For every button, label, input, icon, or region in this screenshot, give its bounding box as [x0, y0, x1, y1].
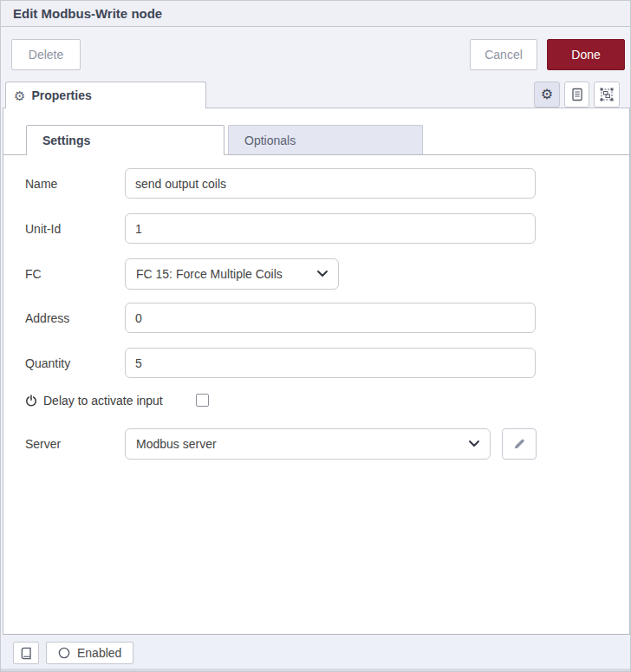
circle-outline-icon — [58, 647, 70, 659]
cancel-button[interactable]: Cancel — [470, 39, 537, 70]
enabled-label: Enabled — [77, 646, 121, 660]
tab-settings[interactable]: Settings — [26, 125, 224, 155]
edit-node-dialog: Edit Modbus-Write node Delete Cancel Don… — [0, 0, 631, 672]
enabled-toggle-button[interactable]: Enabled — [46, 642, 133, 664]
fc-select-value: FC 15: Force Multiple Coils — [136, 267, 283, 281]
name-input[interactable] — [125, 168, 536, 199]
dialog-titlebar: Edit Modbus-Write node — [1, 1, 630, 27]
done-button[interactable]: Done — [547, 39, 625, 70]
node-help-button[interactable] — [13, 642, 39, 664]
address-input[interactable] — [125, 303, 536, 333]
tab-optionals[interactable]: Optionals — [228, 125, 423, 154]
dialog-title: Edit Modbus-Write node — [13, 6, 162, 21]
delay-label: Delay to activate input — [43, 394, 163, 408]
book-icon — [20, 647, 33, 660]
server-select-value: Modbus server — [136, 437, 217, 451]
server-select[interactable]: Modbus server — [125, 428, 491, 460]
pencil-icon — [513, 438, 525, 450]
chevron-down-icon — [317, 271, 328, 277]
tab-settings-label: Settings — [42, 134, 90, 147]
settings-optionals-tabbar: Settings Optionals — [3, 125, 629, 155]
power-icon — [25, 395, 37, 407]
address-label: Address — [25, 303, 120, 333]
dialog-footer: Enabled — [1, 635, 630, 669]
tab-properties[interactable]: ⚙ Properties — [5, 82, 206, 108]
edit-server-button[interactable] — [502, 428, 537, 460]
server-label: Server — [25, 428, 120, 459]
quantity-label: Quantity — [25, 348, 120, 378]
properties-icon-button[interactable]: ⚙ — [534, 82, 560, 108]
unit-id-input[interactable] — [125, 213, 536, 244]
fc-label: FC — [25, 258, 120, 289]
unit-id-label: Unit-Id — [25, 213, 120, 244]
delay-checkbox[interactable] — [196, 394, 209, 407]
tab-properties-label: Properties — [31, 88, 91, 102]
delay-row: Delay to activate input — [25, 392, 163, 409]
chevron-down-icon — [469, 440, 479, 447]
name-label: Name — [25, 168, 120, 199]
fc-select[interactable]: FC 15: Force Multiple Coils — [125, 258, 339, 290]
tab-optionals-label: Optionals — [244, 134, 296, 147]
properties-panel: Settings Optionals Name Unit-Id FC FC 15… — [3, 108, 630, 635]
gear-icon: ⚙ — [541, 88, 553, 101]
description-icon-button[interactable] — [564, 82, 589, 108]
window-bottom-edge — [1, 669, 630, 672]
object-group-icon — [600, 88, 614, 101]
document-icon — [570, 88, 584, 101]
appearance-icon-button[interactable] — [594, 82, 620, 108]
gear-icon: ⚙ — [14, 89, 25, 102]
quantity-input[interactable] — [125, 348, 536, 378]
delete-button[interactable]: Delete — [11, 39, 81, 70]
